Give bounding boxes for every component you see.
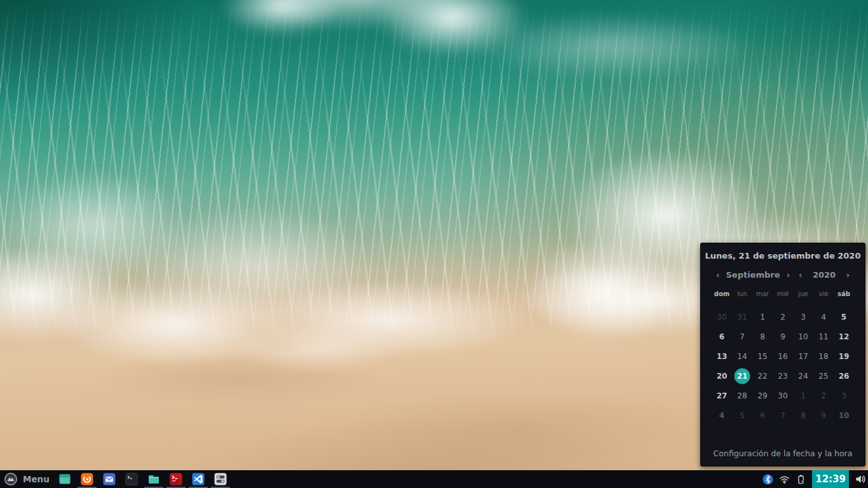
calendar-popup: Lunes, 21 de septiembre de 2020 ‹ Septie… [700,243,865,466]
wifi-icon [779,474,790,485]
calendar-day-cell[interactable]: 9 [813,405,834,425]
calendar-day-cell[interactable]: 3 [834,386,854,405]
calendar-day-cell[interactable]: 13 [712,346,732,366]
desktop: Lunes, 21 de septiembre de 2020 ‹ Septie… [0,0,868,488]
clock-time: 12:39 [815,473,846,485]
calendar-day-cell[interactable]: 4 [813,307,834,327]
calendar-day-cell[interactable]: 20 [712,366,732,386]
battery-charging-icon [796,474,806,485]
calendar-day-cell[interactable]: 14 [732,346,752,366]
calendar-day-cell[interactable]: 21 [732,366,752,386]
calendar-day-cell[interactable]: 6 [712,327,732,346]
month-label: Septiembre [726,270,780,280]
calendar-day-cell[interactable]: 8 [793,405,813,425]
calendar-day-cell[interactable]: 7 [773,405,793,425]
mint-logo-icon [4,472,18,486]
bluetooth-icon [763,474,773,485]
folder-icon [147,473,160,485]
calendar-day-cell[interactable]: 27 [712,386,732,405]
bluetooth-button[interactable] [763,474,773,485]
calendar-day-cell[interactable]: 17 [793,346,813,366]
red-terminal-launcher[interactable] [170,473,182,485]
terminal-red-icon [170,473,182,485]
calendar-day-cell[interactable]: 29 [752,386,773,405]
calendar-day-cell[interactable]: 5 [732,405,752,425]
weekday-header: sáb [834,288,854,299]
settings-launcher[interactable] [214,473,227,485]
system-tray: 12:39 [763,470,868,488]
terminal-launcher[interactable] [125,473,138,485]
next-year-button[interactable]: › [845,270,851,280]
calendar-day-cell[interactable]: 10 [834,405,854,425]
mail-icon [103,473,116,485]
volume-button[interactable] [855,473,866,485]
calendar-day-cell[interactable]: 15 [752,346,773,366]
calendar-day-cell[interactable]: 12 [834,327,854,346]
calendar-day-cell[interactable]: 24 [793,366,813,386]
menu-label: Menu [23,474,50,484]
calendar-day-cell[interactable]: 25 [813,366,834,386]
firefox-icon [81,473,93,485]
weekday-header: vie [813,288,834,299]
calendar-day-cell[interactable]: 26 [834,366,854,386]
show-desktop-button[interactable] [58,473,71,485]
calendar-day-cell[interactable]: 4 [712,405,732,425]
calendar-day-cell[interactable]: 10 [793,327,813,346]
files-launcher[interactable] [147,473,160,485]
volume-icon [855,473,866,485]
calendar-day-cell[interactable]: 23 [773,366,793,386]
mail-launcher[interactable] [103,473,116,485]
terminal-icon [125,473,138,485]
weekday-header: mié [773,288,793,299]
calendar-day-cell[interactable]: 30 [773,386,793,405]
clock-applet[interactable]: 12:39 [812,470,849,488]
calendar-day-cell[interactable]: 22 [752,366,773,386]
calendar-day-cell[interactable]: 8 [752,327,773,346]
calendar-date-title: Lunes, 21 de septiembre de 2020 [701,251,865,261]
weekday-header: mar [752,288,773,299]
calendar-day-cell[interactable]: 3 [793,307,813,327]
menu-button[interactable]: Menu [0,470,55,488]
calendar-day-cell[interactable]: 31 [732,307,752,327]
power-button[interactable] [796,474,806,485]
calendar-day-cell[interactable]: 28 [732,386,752,405]
calendar-day-cell[interactable]: 19 [834,346,854,366]
calendar-day-cell[interactable]: 30 [712,307,732,327]
calendar-day-cell[interactable]: 7 [732,327,752,346]
calendar-day-cell[interactable]: 5 [834,307,854,327]
previous-year-button[interactable]: ‹ [797,270,803,280]
datetime-settings-link[interactable]: Configuración de la fecha y la hora [701,449,865,458]
calendar-day-cell[interactable]: 1 [793,386,813,405]
calendar-day-cell[interactable]: 9 [773,327,793,346]
calendar-grid: 3031123456789101112131415161718192021222… [712,307,854,425]
calendar-navigation: ‹ Septiembre › ‹ 2020 › [715,270,851,280]
toggles-icon [214,473,227,485]
show-desktop-icon [58,473,71,485]
calendar-day-cell[interactable]: 1 [752,307,773,327]
next-month-button[interactable]: › [785,270,791,280]
calendar-day-cell[interactable]: 16 [773,346,793,366]
vscode-icon [192,473,205,485]
calendar-day-cell[interactable]: 2 [813,386,834,405]
vscode-launcher[interactable] [192,473,205,485]
calendar-weekday-header-row: domlunmarmiéjueviesáb [712,288,854,299]
weekday-header: dom [712,288,732,299]
launcher-bar [58,470,227,488]
weekday-header: jue [793,288,813,299]
weekday-header: lun [732,288,752,299]
previous-month-button[interactable]: ‹ [715,270,721,280]
year-label: 2020 [813,270,836,280]
network-button[interactable] [779,474,790,485]
calendar-day-cell[interactable]: 18 [813,346,834,366]
calendar-day-cell[interactable]: 6 [752,405,773,425]
firefox-launcher[interactable] [81,473,93,485]
bottom-panel: Menu [0,470,868,488]
calendar-day-cell[interactable]: 2 [773,307,793,327]
calendar-day-cell[interactable]: 11 [813,327,834,346]
